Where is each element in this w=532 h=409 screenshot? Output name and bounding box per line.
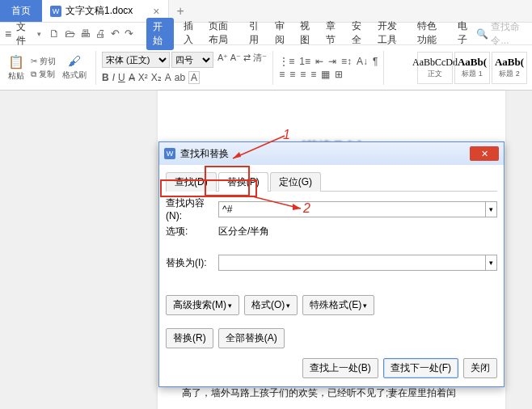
ribbon-tab-security[interactable]: 安全 xyxy=(350,18,368,50)
highlight-button[interactable]: ab xyxy=(175,72,185,83)
dialog-tab-goto[interactable]: 定位(G) xyxy=(270,172,321,192)
annotation-2: 2 xyxy=(303,201,310,216)
qat-open-icon[interactable]: 🗁 xyxy=(65,27,75,40)
font-color-button[interactable]: A xyxy=(165,72,171,83)
indent-dec-button[interactable]: ⇤ xyxy=(315,56,323,67)
showmarks-button[interactable]: ¶ xyxy=(373,56,378,67)
qat-save-icon[interactable]: 🖶 xyxy=(80,27,91,40)
separator xyxy=(272,51,273,85)
find-next-button[interactable]: 查找下一处(F) xyxy=(383,358,458,378)
paste-button[interactable]: 📋 粘贴 xyxy=(5,54,27,82)
style-heading1[interactable]: AaBb(标题 1 xyxy=(454,52,490,84)
tab-home[interactable]: 首页 xyxy=(0,0,42,22)
copy-icon: ⧉ xyxy=(31,70,36,79)
find-label: 查找内容(N): xyxy=(166,196,218,221)
file-dropdown-icon[interactable]: ▾ xyxy=(37,30,41,38)
borders-button[interactable]: ⊞ xyxy=(335,69,343,80)
style-heading2[interactable]: AaBb(标题 2 xyxy=(492,52,527,84)
ribbon-tab-view[interactable]: 视图 xyxy=(298,18,316,50)
shading-button[interactable]: ▦ xyxy=(321,69,330,80)
find-input[interactable] xyxy=(218,201,486,217)
annotation-1: 1 xyxy=(283,128,290,142)
ribbon-tab-feature[interactable]: 特色功能 xyxy=(416,18,448,50)
dialog-tab-find[interactable]: 查找(D) xyxy=(166,172,217,192)
underline-button[interactable]: U xyxy=(118,72,125,83)
brush-icon: 🖌 xyxy=(68,54,81,69)
close-icon[interactable]: × xyxy=(153,5,159,18)
separator xyxy=(95,51,96,85)
qat-redo-icon[interactable]: ↷ xyxy=(125,27,133,40)
numbering-button[interactable]: 1≡ xyxy=(299,56,310,67)
align-left-button[interactable]: ≡ xyxy=(279,69,285,80)
italic-button[interactable]: I xyxy=(112,72,115,83)
ribbon-tab-insert[interactable]: 插入 xyxy=(182,18,200,50)
ribbon-tab-ref[interactable]: 引用 xyxy=(247,18,265,50)
qat-new-icon[interactable]: 🗋 xyxy=(49,27,60,40)
linespace-button[interactable]: ≡↕ xyxy=(341,56,352,67)
separator xyxy=(383,51,384,85)
options-value: 区分全/半角 xyxy=(218,225,269,238)
new-tab-button[interactable]: + xyxy=(169,4,192,19)
search-icon: 🔍 xyxy=(476,28,488,40)
font-size-select[interactable]: 四号 xyxy=(171,52,213,68)
replace-input[interactable] xyxy=(218,255,486,271)
dialog-title: 查找和替换 xyxy=(180,147,229,161)
ribbon-tab-chapter[interactable]: 章节 xyxy=(324,18,342,50)
ribbon-tab-dev[interactable]: 开发工具 xyxy=(376,18,408,50)
cut-button[interactable]: ✂剪切 xyxy=(31,56,56,67)
dialog-tab-replace[interactable]: 替换(P) xyxy=(218,172,268,192)
word-icon: W xyxy=(50,6,61,17)
dialog-app-icon: W xyxy=(164,148,175,159)
style-normal[interactable]: AaBbCcDd正文 xyxy=(417,52,453,84)
advanced-search-button[interactable]: 高级搜索(M) xyxy=(166,295,239,315)
clipboard-icon: 📋 xyxy=(8,54,24,70)
format-button[interactable]: 格式(O) xyxy=(244,295,298,315)
tab-document-label: 文字文稿1.docx xyxy=(65,4,133,18)
replace-button[interactable]: 替换(R) xyxy=(166,328,213,348)
options-label: 选项: xyxy=(166,225,218,238)
qat-undo-icon[interactable]: ↶ xyxy=(111,27,120,40)
font-name-select[interactable]: 宋体 (正文) xyxy=(102,52,170,68)
ribbon-tab-start[interactable]: 开始 xyxy=(146,18,174,50)
replace-label: 替换为(I): xyxy=(166,256,218,270)
file-menu[interactable]: 文件 xyxy=(16,20,32,48)
find-prev-button[interactable]: 查找上一处(B) xyxy=(302,358,378,378)
ribbon-tab-layout[interactable]: 页面布局 xyxy=(207,18,239,50)
close-button[interactable]: 关闭 xyxy=(463,358,497,378)
format-painter-button[interactable]: 🖌 格式刷 xyxy=(59,54,90,81)
scissors-icon: ✂ xyxy=(31,57,37,65)
replace-all-button[interactable]: 全部替换(A) xyxy=(218,328,285,348)
align-justify-button[interactable]: ≡ xyxy=(310,69,316,80)
replace-dropdown-icon[interactable]: ▾ xyxy=(486,255,497,271)
align-center-button[interactable]: ≡ xyxy=(289,69,295,80)
copy-button[interactable]: ⧉复制 xyxy=(31,69,56,80)
hamburger-icon[interactable]: ≡ xyxy=(5,27,11,40)
bold-button[interactable]: B xyxy=(102,72,109,83)
align-right-button[interactable]: ≡ xyxy=(300,69,306,80)
ribbon-tab-review[interactable]: 审阅 xyxy=(273,18,291,50)
indent-inc-button[interactable]: ⇥ xyxy=(328,56,336,67)
sub-button[interactable]: X₂ xyxy=(151,72,162,83)
find-replace-dialog: W 查找和替换 ✕ 查找(D) 替换(P) 定位(G) 查找内容(N): ▾ 选… xyxy=(158,141,505,387)
clear-format-button[interactable]: A xyxy=(188,71,200,84)
bullets-button[interactable]: ⋮≡ xyxy=(279,56,294,67)
super-button[interactable]: X² xyxy=(138,72,148,83)
search-input[interactable]: 查找命令... xyxy=(491,20,527,48)
strike-button[interactable]: A̶ xyxy=(129,72,135,83)
qat-print-icon[interactable]: 🖨 xyxy=(95,27,106,40)
sort-button[interactable]: A↓ xyxy=(357,56,368,67)
ribbon-tab-elec[interactable]: 电子 xyxy=(456,18,474,50)
find-dropdown-icon[interactable]: ▾ xyxy=(486,201,497,217)
dialog-close-button[interactable]: ✕ xyxy=(470,146,499,161)
special-format-button[interactable]: 特殊格式(E) xyxy=(302,295,374,315)
